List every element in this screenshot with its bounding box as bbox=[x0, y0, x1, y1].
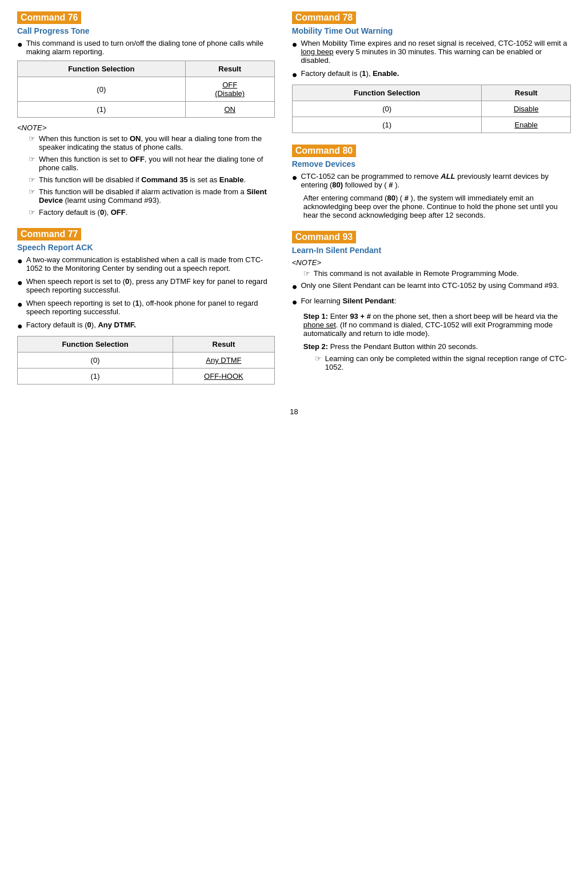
cmd77-bullet4: ● Factory default is (0), Any DTMF. bbox=[17, 321, 275, 331]
cmd78-table-col1-header: Function Selection bbox=[292, 85, 482, 101]
bullet-icon-77-1: ● bbox=[17, 256, 23, 266]
cmd76-table: Function Selection Result (0) OFF(Disabl… bbox=[17, 61, 275, 118]
finger-icon-3: ☞ bbox=[29, 175, 35, 184]
cmd93-title: Command 93 bbox=[292, 231, 356, 243]
cmd78-bullet2: ● Factory default is (1), Enable. bbox=[292, 69, 571, 80]
cmd76-table-row1-col2: OFF(Disable) bbox=[185, 77, 274, 102]
cmd93-step1: Step 1: Enter 93 + # on the phone set, t… bbox=[292, 312, 571, 338]
cmd76-table-row1-col1: (0) bbox=[18, 77, 186, 102]
cmd93-bullet2: ● For learning Silent Pendant: bbox=[292, 297, 571, 307]
command-80-section: Command 80 Remove Devices ● CTC-1052 can… bbox=[292, 145, 571, 219]
cmd76-note5: ☞ Factory default is (0), OFF. bbox=[17, 208, 275, 217]
cmd78-table-row1-col2: Disable bbox=[482, 101, 571, 117]
cmd78-table-row2-col1: (1) bbox=[292, 117, 482, 133]
cmd76-note1: ☞ When this function is set to ON, you w… bbox=[17, 134, 275, 151]
cmd78-table: Function Selection Result (0) Disable (1… bbox=[292, 85, 571, 133]
page-number: 18 bbox=[17, 407, 571, 416]
finger-icon-1: ☞ bbox=[29, 134, 35, 143]
command-77-section: Command 77 Speech Report ACK ● A two-way… bbox=[17, 228, 275, 385]
bullet-icon-77-3: ● bbox=[17, 299, 23, 310]
cmd93-note-label: <NOTE> bbox=[292, 258, 571, 267]
command-93-section: Command 93 Learn-In Silent Pendant <NOTE… bbox=[292, 231, 571, 371]
cmd76-table-col2-header: Result bbox=[185, 61, 274, 77]
cmd77-bullet1: ● A two-way communication is established… bbox=[17, 255, 275, 273]
cmd76-subtitle: Call Progress Tone bbox=[17, 26, 275, 35]
cmd93-step2-label: Step 2: bbox=[303, 342, 328, 351]
cmd80-subtitle: Remove Devices bbox=[292, 159, 571, 169]
cmd77-table-col1-header: Function Selection bbox=[18, 337, 173, 353]
cmd76-table-row2-col1: (1) bbox=[18, 102, 186, 118]
cmd76-note2: ☞ When this function is set to OFF, you … bbox=[17, 155, 275, 172]
cmd78-bullet1: ● When Mobility Time expires and no rese… bbox=[292, 39, 571, 65]
bullet-icon-93-1: ● bbox=[292, 282, 298, 292]
cmd77-bullet2: ● When speech report is set to (0), pres… bbox=[17, 277, 275, 294]
cmd76-title: Command 76 bbox=[17, 11, 81, 24]
cmd93-step1-label: Step 1: bbox=[303, 312, 328, 321]
cmd76-bullet1-text: This command is used to turn on/off the … bbox=[26, 39, 275, 56]
cmd80-title: Command 80 bbox=[292, 145, 356, 157]
bullet-icon: ● bbox=[17, 39, 23, 50]
cmd78-table-row2-col2: Enable bbox=[482, 117, 571, 133]
finger-icon-4: ☞ bbox=[29, 187, 35, 196]
bullet-icon-78-2: ● bbox=[292, 70, 298, 80]
finger-icon-93-2: ☞ bbox=[315, 354, 322, 363]
cmd78-title: Command 78 bbox=[292, 11, 356, 24]
cmd80-bullet1: ● CTC-1052 can be programmed to remove A… bbox=[292, 172, 571, 189]
cmd76-note4: ☞ This function will be disabled if alar… bbox=[17, 187, 275, 205]
command-78-section: Command 78 Mobility Time Out Warning ● W… bbox=[292, 11, 571, 133]
cmd77-table-row2-col2: OFF-HOOK bbox=[173, 369, 275, 385]
cmd93-note1: ☞ This command is not available in Remot… bbox=[292, 269, 571, 278]
cmd77-title: Command 77 bbox=[17, 228, 81, 241]
cmd93-step2: Step 2: Press the Pendant Button within … bbox=[292, 342, 571, 351]
cmd76-table-col1-header: Function Selection bbox=[18, 61, 186, 77]
cmd77-table-row2-col1: (1) bbox=[18, 369, 173, 385]
cmd76-note-label: <NOTE> bbox=[17, 123, 275, 132]
cmd77-table: Function Selection Result (0) Any DTMF (… bbox=[17, 336, 275, 385]
cmd78-subtitle: Mobility Time Out Warning bbox=[292, 26, 571, 35]
bullet-icon-93-2: ● bbox=[292, 297, 298, 307]
cmd80-para1: After entering command (80) ( # ), the s… bbox=[292, 194, 571, 219]
cmd76-note3: ☞ This function will be disabled if Comm… bbox=[17, 175, 275, 184]
cmd77-table-row1-col2: Any DTMF bbox=[173, 353, 275, 369]
cmd77-table-col2-header: Result bbox=[173, 337, 275, 353]
cmd93-bullet1: ● Only one Silent Pendant can be learnt … bbox=[292, 281, 571, 292]
cmd93-note2: ☞ Learning can only be completed within … bbox=[292, 354, 571, 371]
cmd78-table-row1-col1: (0) bbox=[292, 101, 482, 117]
cmd76-bullet1: ● This command is used to turn on/off th… bbox=[17, 39, 275, 56]
bullet-icon-78-1: ● bbox=[292, 39, 298, 50]
finger-icon-2: ☞ bbox=[29, 155, 35, 163]
cmd78-table-col2-header: Result bbox=[482, 85, 571, 101]
bullet-icon-77-2: ● bbox=[17, 278, 23, 288]
finger-icon-5: ☞ bbox=[29, 208, 35, 217]
cmd93-subtitle: Learn-In Silent Pendant bbox=[292, 246, 571, 255]
command-76-section: Command 76 Call Progress Tone ● This com… bbox=[17, 11, 275, 217]
bullet-icon-80-1: ● bbox=[292, 173, 298, 183]
cmd77-bullet3: ● When speech reporting is set to (1), o… bbox=[17, 299, 275, 316]
cmd76-table-row2-col2: ON bbox=[185, 102, 274, 118]
cmd77-table-row1-col1: (0) bbox=[18, 353, 173, 369]
bullet-icon-77-4: ● bbox=[17, 321, 23, 331]
cmd77-subtitle: Speech Report ACK bbox=[17, 243, 275, 252]
finger-icon-93-1: ☞ bbox=[303, 269, 310, 278]
